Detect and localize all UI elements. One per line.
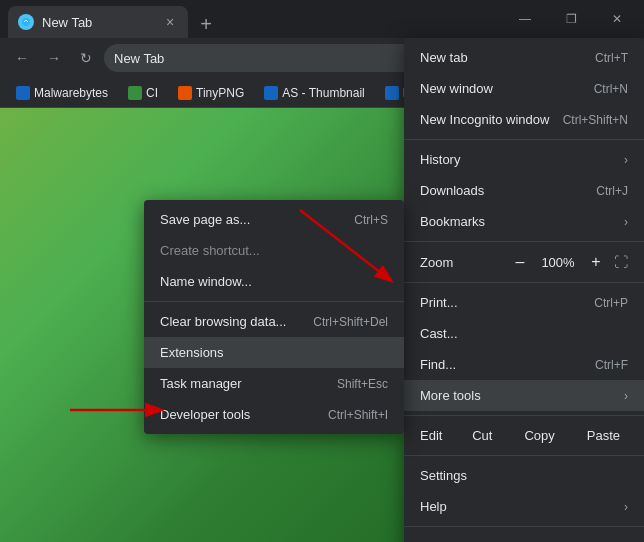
tab-favicon bbox=[18, 14, 34, 30]
forward-icon: → bbox=[47, 50, 61, 66]
menu-item-create-shortcut-label: Create shortcut... bbox=[160, 243, 388, 258]
tab-close-button[interactable]: × bbox=[162, 14, 178, 30]
edit-row: Edit Cut Copy Paste bbox=[404, 420, 644, 451]
edit-actions: Cut Copy Paste bbox=[464, 424, 628, 447]
menu-item-incognito-label: New Incognito window bbox=[420, 112, 563, 127]
menu-item-downloads-shortcut: Ctrl+J bbox=[596, 184, 628, 198]
bookmark-malwarebytes-label: Malwarebytes bbox=[34, 86, 108, 100]
forward-button[interactable]: → bbox=[40, 44, 68, 72]
menu-item-task-manager-label: Task manager bbox=[160, 376, 337, 391]
menu-item-cast[interactable]: Cast... bbox=[404, 318, 644, 349]
menu-item-task-manager-shortcut: Shift+Esc bbox=[337, 377, 388, 391]
bookmark-tinypng[interactable]: TinyPNG bbox=[170, 84, 252, 102]
menu-item-help-label: Help bbox=[420, 499, 624, 514]
back-button[interactable]: ← bbox=[8, 44, 36, 72]
bookmark-malwarebytes[interactable]: Malwarebytes bbox=[8, 84, 116, 102]
paste-button[interactable]: Paste bbox=[579, 424, 628, 447]
menu-item-new-window-shortcut: Ctrl+N bbox=[594, 82, 628, 96]
menu-item-downloads-label: Downloads bbox=[420, 183, 596, 198]
bookmark-tinypng-label: TinyPNG bbox=[196, 86, 244, 100]
menu-item-create-shortcut[interactable]: Create shortcut... bbox=[144, 235, 404, 266]
divider-2 bbox=[404, 241, 644, 242]
menu-item-print-label: Print... bbox=[420, 295, 594, 310]
as-thumbnail-favicon bbox=[264, 86, 278, 100]
menu-item-new-tab[interactable]: New tab Ctrl+T bbox=[404, 42, 644, 73]
menu-item-task-manager[interactable]: Task manager Shift+Esc bbox=[144, 368, 404, 399]
menu-item-bookmarks[interactable]: Bookmarks › bbox=[404, 206, 644, 237]
menu-item-print-shortcut: Ctrl+P bbox=[594, 296, 628, 310]
bookmark-ci[interactable]: CI bbox=[120, 84, 166, 102]
menu-item-settings[interactable]: Settings bbox=[404, 460, 644, 491]
menu-item-devtools[interactable]: Developer tools Ctrl+Shift+I bbox=[144, 399, 404, 430]
menu-item-settings-label: Settings bbox=[420, 468, 628, 483]
divider-4 bbox=[404, 415, 644, 416]
more-tools-arrow-icon: › bbox=[624, 389, 628, 403]
tab-title: New Tab bbox=[42, 15, 154, 30]
zoom-value: 100% bbox=[538, 255, 578, 270]
help-arrow-icon: › bbox=[624, 500, 628, 514]
menu-item-more-tools-label: More tools bbox=[420, 388, 624, 403]
tinypng-favicon bbox=[178, 86, 192, 100]
zoom-controls: – 100% + ⛶ bbox=[508, 250, 628, 274]
maximize-button[interactable]: ❐ bbox=[548, 0, 594, 38]
menu-item-print[interactable]: Print... Ctrl+P bbox=[404, 287, 644, 318]
menu-item-save-page[interactable]: Save page as... Ctrl+S bbox=[144, 204, 404, 235]
active-tab[interactable]: New Tab × bbox=[8, 6, 188, 38]
back-icon: ← bbox=[15, 50, 29, 66]
chrome-menu: New tab Ctrl+T New window Ctrl+N New Inc… bbox=[404, 38, 644, 542]
menu-item-new-tab-shortcut: Ctrl+T bbox=[595, 51, 628, 65]
bookmark-as-thumbnail[interactable]: AS - Thumbnail bbox=[256, 84, 372, 102]
cut-button[interactable]: Cut bbox=[464, 424, 500, 447]
menu-item-cast-label: Cast... bbox=[420, 326, 628, 341]
menu-item-devtools-label: Developer tools bbox=[160, 407, 328, 422]
history-arrow-icon: › bbox=[624, 153, 628, 167]
menu-item-name-window-label: Name window... bbox=[160, 274, 388, 289]
menu-item-bookmarks-label: Bookmarks bbox=[420, 214, 624, 229]
new-tab-button[interactable]: + bbox=[192, 10, 220, 38]
copy-button[interactable]: Copy bbox=[516, 424, 562, 447]
refresh-button[interactable]: ↻ bbox=[72, 44, 100, 72]
minimize-button[interactable]: — bbox=[502, 0, 548, 38]
menu-item-history-label: History bbox=[420, 152, 624, 167]
bookmarks-arrow-icon: › bbox=[624, 215, 628, 229]
refresh-icon: ↻ bbox=[80, 50, 92, 66]
menu-item-downloads[interactable]: Downloads Ctrl+J bbox=[404, 175, 644, 206]
menu-item-extensions[interactable]: Extensions bbox=[144, 337, 404, 368]
window-controls: — ❐ ✕ bbox=[502, 0, 644, 38]
divider-3 bbox=[404, 282, 644, 283]
menu-item-find-label: Find... bbox=[420, 357, 595, 372]
zoom-minus-button[interactable]: – bbox=[508, 250, 532, 274]
zoom-label: Zoom bbox=[420, 255, 500, 270]
zoom-row: Zoom – 100% + ⛶ bbox=[404, 246, 644, 278]
menu-item-find-shortcut: Ctrl+F bbox=[595, 358, 628, 372]
menu-item-incognito-shortcut: Ctrl+Shift+N bbox=[563, 113, 628, 127]
zoom-fullscreen-button[interactable]: ⛶ bbox=[614, 254, 628, 270]
more-tools-menu: Save page as... Ctrl+S Create shortcut..… bbox=[144, 200, 404, 434]
more-tools-divider bbox=[144, 301, 404, 302]
zoom-plus-button[interactable]: + bbox=[584, 250, 608, 274]
menu-item-new-window-label: New window bbox=[420, 81, 594, 96]
menu-item-clear-browsing-shortcut: Ctrl+Shift+Del bbox=[313, 315, 388, 329]
menu-item-new-tab-label: New tab bbox=[420, 50, 595, 65]
menu-item-history[interactable]: History › bbox=[404, 144, 644, 175]
close-button[interactable]: ✕ bbox=[594, 0, 640, 38]
menu-item-find[interactable]: Find... Ctrl+F bbox=[404, 349, 644, 380]
menu-item-incognito[interactable]: New Incognito window Ctrl+Shift+N bbox=[404, 104, 644, 135]
divider-6 bbox=[404, 526, 644, 527]
svg-point-0 bbox=[22, 18, 30, 26]
tab-area: New Tab × + bbox=[0, 0, 502, 38]
menu-item-extensions-label: Extensions bbox=[160, 345, 388, 360]
menu-item-more-tools[interactable]: More tools › bbox=[404, 380, 644, 411]
bookmark-as-thumbnail-label: AS - Thumbnail bbox=[282, 86, 364, 100]
menu-item-clear-browsing[interactable]: Clear browsing data... Ctrl+Shift+Del bbox=[144, 306, 404, 337]
omnibox-text: New Tab bbox=[114, 51, 164, 66]
menu-item-exit[interactable]: Exit bbox=[404, 531, 644, 542]
malwarebytes-favicon bbox=[16, 86, 30, 100]
menu-item-new-window[interactable]: New window Ctrl+N bbox=[404, 73, 644, 104]
pti-favicon bbox=[385, 86, 399, 100]
menu-item-devtools-shortcut: Ctrl+Shift+I bbox=[328, 408, 388, 422]
menu-item-save-page-label: Save page as... bbox=[160, 212, 354, 227]
menu-item-help[interactable]: Help › bbox=[404, 491, 644, 522]
edit-label: Edit bbox=[420, 428, 464, 443]
menu-item-name-window[interactable]: Name window... bbox=[144, 266, 404, 297]
